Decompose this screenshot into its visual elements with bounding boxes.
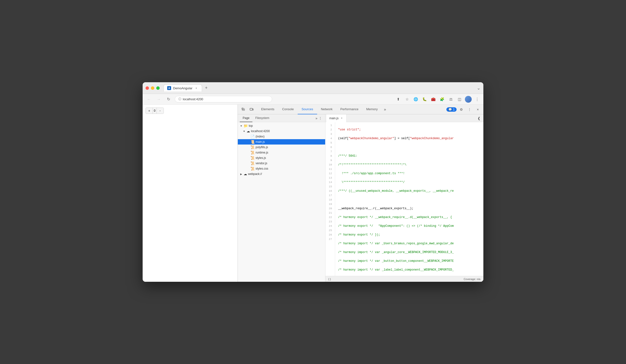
sidebar-menu-icon[interactable]: ⋮	[317, 115, 323, 121]
devtools-settings-icon[interactable]: ⚙	[458, 106, 465, 113]
minimize-traffic-light[interactable]	[151, 86, 154, 90]
extension-icon[interactable]: 🧰	[430, 96, 437, 103]
earth-icon[interactable]: 🌐	[412, 96, 419, 103]
tab-memory[interactable]: Memory	[362, 105, 382, 114]
tab-sources[interactable]: Sources	[298, 105, 317, 114]
code-line-11: /* harmony export */ __webpack_require__…	[338, 215, 480, 219]
devtools-more-icon[interactable]: ⋮	[466, 106, 473, 113]
format-icon[interactable]: { }	[328, 278, 331, 281]
forward-button[interactable]: →	[155, 96, 162, 103]
svg-rect-1	[250, 108, 252, 110]
tree-label-localhost: localhost:4200	[251, 129, 270, 133]
editor-tabs: main.js × ❰	[325, 114, 483, 122]
code-line-6: !*** ./src/app/app.component.ts ***!	[338, 171, 480, 176]
line-numbers: 1 2 3 4 5 6 7 8 9 10 11 12 13	[325, 122, 335, 276]
file-icon-polyfills: 📜	[250, 145, 255, 149]
line-num-24: 24	[327, 224, 332, 228]
tree-item-localhost[interactable]: ▼ ☁ localhost:4200	[238, 128, 325, 134]
traffic-lights	[146, 86, 160, 90]
line-num-15: 15	[327, 184, 332, 189]
zoom-in-button[interactable]: +	[146, 108, 153, 114]
line-num-3: 3	[327, 132, 332, 136]
file-icon-mainjs: 📜	[250, 140, 255, 144]
line-num-21: 21	[327, 211, 332, 215]
tree-item-top[interactable]: ▼ 📁 top	[238, 123, 325, 128]
tab-console[interactable]: Console	[278, 105, 298, 114]
sidebar-more-tabs[interactable]: »	[315, 116, 317, 120]
code-line-2: (self["webpackChunkdemo_angular"] = self…	[338, 136, 480, 141]
tab-performance[interactable]: Performance	[336, 105, 362, 114]
code-line-13: /* harmony export */ });	[338, 233, 480, 237]
tab-network[interactable]: Network	[317, 105, 337, 114]
tree-item-stylesjs[interactable]: ▶ 📜 styles.js	[238, 155, 325, 161]
code-line-17: /* harmony import */ var _label_label_co…	[338, 268, 480, 272]
device-toggle-icon[interactable]	[248, 106, 255, 113]
line-num-4: 4	[327, 136, 332, 141]
tab-title: DemoAngular	[173, 86, 193, 90]
svg-rect-2	[253, 109, 253, 110]
editor-tab-mainjs[interactable]: main.js ×	[326, 114, 347, 122]
line-num-10: 10	[327, 163, 332, 167]
sidebar-tab-filesystem[interactable]: Filesystem	[252, 114, 272, 122]
window-collapse-button[interactable]: ⌄	[477, 85, 480, 91]
notification-badge: 💬 1	[446, 107, 457, 112]
more-icon[interactable]: ⋮	[474, 96, 480, 103]
tree-item-stylescss[interactable]: ▶ 📜 styles.css	[238, 166, 325, 171]
url-bar[interactable]: ⓘ localhost:4200	[175, 96, 272, 103]
more-devtools-tabs[interactable]: »	[382, 106, 389, 113]
tabs-bar: A DemoAngular × +	[163, 84, 477, 91]
tree-label-stylescss: styles.css	[256, 167, 268, 170]
lock-icon: ⓘ	[178, 97, 181, 101]
code-line-9	[338, 198, 480, 202]
back-button[interactable]: ←	[146, 96, 152, 103]
inspect-element-icon[interactable]	[240, 106, 247, 113]
tree-arrow-localhost: ▼	[243, 130, 246, 133]
devtools-close-button[interactable]: ×	[474, 106, 481, 113]
line-num-11: 11	[327, 167, 332, 171]
line-num-17: 17	[327, 193, 332, 198]
maximize-traffic-light[interactable]	[156, 86, 160, 90]
reload-button[interactable]: ↻	[165, 96, 172, 103]
flask-icon[interactable]: ⚖	[447, 96, 454, 103]
code-lines[interactable]: "use strict"; (self["webpackChunkdemo_an…	[335, 122, 483, 276]
line-num-26: 26	[327, 233, 332, 237]
tree-item-index[interactable]: ▶ 📄 (index)	[238, 134, 325, 139]
browser-window: A DemoAngular × + ⌄ ← → ↻ ⓘ localhost:42…	[143, 82, 483, 282]
tree-label-webpack: webpack://	[248, 172, 262, 176]
close-traffic-light[interactable]	[146, 86, 149, 90]
tab-close-button[interactable]: ×	[195, 86, 198, 90]
bookmark-icon[interactable]: ☆	[403, 96, 410, 103]
puzzle-icon[interactable]: 🧩	[439, 96, 445, 103]
folder-icon-top: 📁	[244, 124, 248, 128]
line-num-23: 23	[327, 219, 332, 224]
sidebar-tab-page[interactable]: Page	[240, 114, 252, 122]
tree-item-vendor[interactable]: ▶ 📜 vendor.js	[238, 161, 325, 166]
line-num-9: 9	[327, 158, 332, 163]
zoom-out-button[interactable]: -	[157, 108, 163, 114]
devtools-panel: Elements Console Sources Network Perform…	[237, 105, 483, 282]
address-bar: ← → ↻ ⓘ localhost:4200 ⬆ ☆ 🌐 🐛 🧰 🧩 ⚖ ◫ ⋮	[143, 94, 483, 105]
code-content[interactable]: 1 2 3 4 5 6 7 8 9 10 11 12 13	[325, 122, 483, 276]
page-content: + 0 -	[143, 105, 237, 282]
tree-item-mainjs[interactable]: ▶ 📜 main.js	[238, 139, 325, 145]
cloud-icon-webpack: ☁	[244, 172, 247, 176]
cloud-icon-localhost: ☁	[247, 129, 250, 133]
tab-favicon: A	[167, 86, 171, 90]
sources-sidebar-tabs: Page Filesystem » ⋮	[238, 114, 325, 122]
browser-tab-demo-angular[interactable]: A DemoAngular ×	[163, 84, 202, 91]
editor-statusbar: { } Coverage: n/a	[325, 276, 483, 282]
tree-label-polyfills: polyfills.js	[256, 146, 268, 149]
tree-arrow-top: ▼	[240, 125, 243, 127]
user-avatar[interactable]	[465, 96, 472, 103]
tree-item-webpack[interactable]: ▶ ☁ webpack://	[238, 171, 325, 177]
tree-item-runtime[interactable]: ▶ 📜 runtime.js	[238, 150, 325, 155]
editor-tab-close-button[interactable]: ×	[340, 116, 343, 120]
layout-icon[interactable]: ◫	[456, 96, 463, 103]
bug-icon[interactable]: 🐛	[421, 96, 428, 103]
share-icon[interactable]: ⬆	[395, 96, 402, 103]
tree-item-polyfills[interactable]: ▶ 📜 polyfills.js	[238, 145, 325, 150]
collapse-panel-button[interactable]: ❰	[475, 115, 482, 122]
file-icon-stylescss: 📜	[250, 167, 255, 171]
new-tab-button[interactable]: +	[203, 85, 210, 91]
tab-elements[interactable]: Elements	[257, 105, 278, 114]
